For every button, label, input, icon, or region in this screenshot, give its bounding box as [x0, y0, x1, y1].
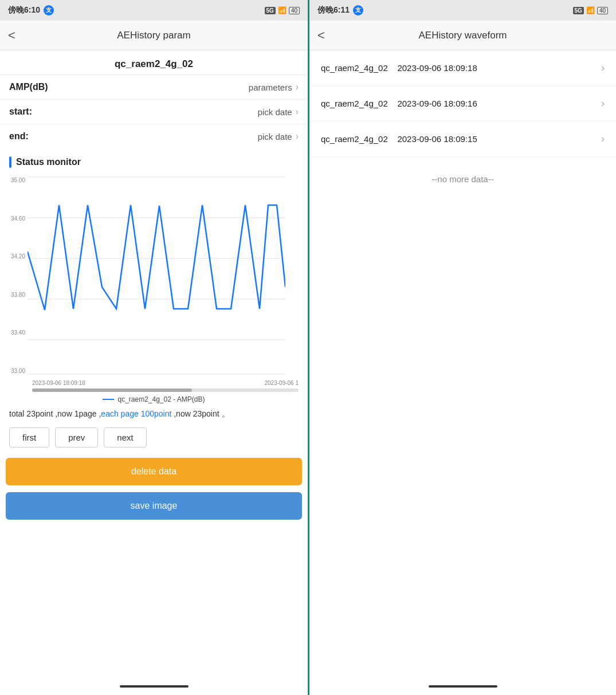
x-label-right: 2023-09-06 1 [265, 380, 299, 386]
pagination-text-pre: total 23point ,now 1page , [9, 409, 101, 418]
start-label: start: [9, 107, 32, 117]
pagination-buttons: first prev next [0, 423, 308, 454]
left-home-bar [120, 685, 189, 688]
y-label-0: 35.00 [7, 177, 25, 183]
end-param-row[interactable]: end: pick date › [0, 124, 308, 148]
no-more-data: --no more data-- [309, 157, 616, 201]
legend-label: qc_raem2_4g_02 - AMP(dB) [117, 395, 205, 403]
left-content: qc_raem2_4g_02 AMP(dB) parameters › star… [0, 50, 308, 678]
list-item-0-text: qc_raem2_4g_02 2023-09-06 18:09:18 [321, 63, 477, 73]
list-item-1-chevron: › [601, 97, 605, 109]
pagination-link[interactable]: each page 100point [101, 409, 171, 418]
y-label-2: 34.20 [7, 253, 25, 260]
chart-y-axis: 35.00 34.60 34.20 33.80 33.40 33.00 [5, 172, 28, 379]
prev-button[interactable]: prev [55, 427, 98, 447]
list-item-2-device: qc_raem2_4g_02 [321, 134, 388, 144]
left-status-bar: 傍晚6:10 支 5G 📶 40 [0, 0, 308, 21]
amp-chevron: › [296, 82, 299, 92]
y-label-5: 33.00 [7, 368, 25, 374]
amp-value: parameters [249, 83, 292, 92]
list-item-0-chevron: › [601, 62, 605, 74]
start-param-row[interactable]: start: pick date › [0, 99, 308, 124]
y-label-1: 34.60 [7, 215, 25, 222]
left-back-button[interactable]: < [8, 28, 15, 43]
end-label: end: [9, 131, 29, 142]
right-time: 傍晚6:11 [317, 5, 350, 15]
left-header-title: AEHistory param [117, 30, 190, 41]
right-home-bar [429, 685, 497, 688]
left-header: < AEHistory param [0, 21, 308, 50]
right-home-indicator [309, 678, 616, 695]
list-item-1-device: qc_raem2_4g_02 [321, 99, 388, 108]
right-header: < AEHistory waveform [309, 21, 616, 50]
pagination-info: total 23point ,now 1page ,each page 100p… [0, 406, 308, 423]
section-title-status-monitor: Status monitor [0, 148, 308, 172]
right-alipay-icon: 支 [353, 5, 363, 15]
amp-label: AMP(dB) [9, 82, 48, 92]
list-item-2-timestamp: 2023-09-06 18:09:15 [397, 134, 477, 144]
start-value-area: pick date › [258, 107, 299, 117]
y-label-4: 33.40 [7, 329, 25, 336]
left-panel: 傍晚6:10 支 5G 📶 40 < AEHistory param qc_ra… [0, 0, 308, 695]
left-device-name: qc_raem2_4g_02 [0, 50, 308, 74]
list-item-2[interactable]: qc_raem2_4g_02 2023-09-06 18:09:15 › [309, 121, 616, 157]
x-label-left: 2023-09-06 18:09:18 [32, 380, 85, 386]
left-network-icon: 5G [265, 7, 276, 14]
start-chevron: › [296, 107, 299, 117]
list-item-0-device: qc_raem2_4g_02 [321, 63, 388, 73]
section-bar [9, 156, 11, 168]
right-status-bar: 傍晚6:11 支 5G 📶 40 [309, 0, 616, 21]
right-signal-icon: 📶 [586, 6, 595, 14]
chart-wrapper: 35.00 34.60 34.20 33.80 33.40 33.00 [0, 172, 308, 406]
list-item-0[interactable]: qc_raem2_4g_02 2023-09-06 18:09:18 › [309, 50, 616, 86]
end-value: pick date [258, 132, 292, 142]
chart-area [28, 172, 285, 379]
list-item-1-timestamp: 2023-09-06 18:09:16 [397, 99, 477, 108]
left-alipay-icon: 支 [44, 5, 54, 15]
list-item-0-timestamp: 2023-09-06 18:09:18 [397, 63, 477, 73]
start-value: pick date [258, 107, 292, 117]
y-label-3: 33.80 [7, 292, 25, 298]
first-button[interactable]: first [9, 427, 49, 447]
next-button[interactable]: next [104, 427, 146, 447]
chart-svg [28, 172, 285, 379]
section-title-text: Status monitor [16, 157, 81, 167]
save-image-button[interactable]: save image [6, 492, 302, 520]
legend-line-icon [103, 399, 114, 400]
delete-data-button[interactable]: delete data [6, 458, 302, 485]
right-header-title: AEHistory waveform [419, 30, 507, 41]
list-item-2-chevron: › [601, 133, 605, 145]
right-back-button[interactable]: < [317, 28, 325, 43]
left-home-indicator [0, 678, 308, 695]
list-item-1[interactable]: qc_raem2_4g_02 2023-09-06 18:09:16 › [309, 86, 616, 121]
left-status-icons: 5G 📶 40 [265, 6, 300, 14]
chart-legend: qc_raem2_4g_02 - AMP(dB) [5, 392, 303, 406]
right-status-icons: 5G 📶 40 [573, 6, 608, 14]
right-battery-icon: 40 [597, 7, 608, 14]
amp-param-row[interactable]: AMP(dB) parameters › [0, 74, 308, 99]
chart-x-axis: 2023-09-06 18:09:18 2023-09-06 1 [5, 379, 303, 386]
right-spacer [309, 201, 616, 678]
left-time: 傍晚6:10 [8, 5, 40, 15]
left-battery-icon: 40 [289, 7, 300, 14]
pagination-text-post: ,now 23point 。 [171, 409, 229, 418]
amp-value-area: parameters › [249, 82, 299, 92]
end-value-area: pick date › [258, 131, 299, 142]
chart-line [28, 205, 285, 310]
right-network-icon: 5G [573, 7, 584, 14]
end-chevron: › [296, 131, 299, 142]
list-item-1-text: qc_raem2_4g_02 2023-09-06 18:09:16 [321, 99, 477, 108]
list-item-2-text: qc_raem2_4g_02 2023-09-06 18:09:15 [321, 134, 477, 144]
right-panel: 傍晚6:11 支 5G 📶 40 < AEHistory waveform qc… [308, 0, 616, 695]
left-signal-icon: 📶 [278, 6, 287, 14]
right-list: qc_raem2_4g_02 2023-09-06 18:09:18 › qc_… [309, 50, 616, 201]
